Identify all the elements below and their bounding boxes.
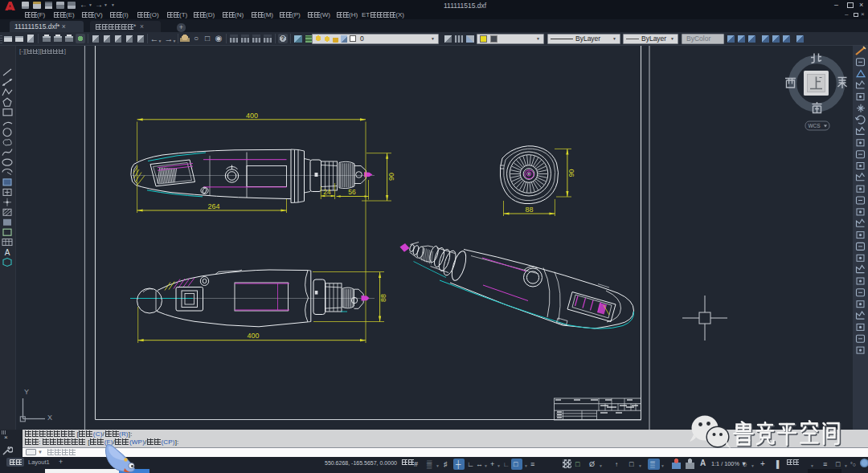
svg-text:WCS: WCS [808, 123, 821, 128]
svg-text:A: A [5, 248, 10, 257]
